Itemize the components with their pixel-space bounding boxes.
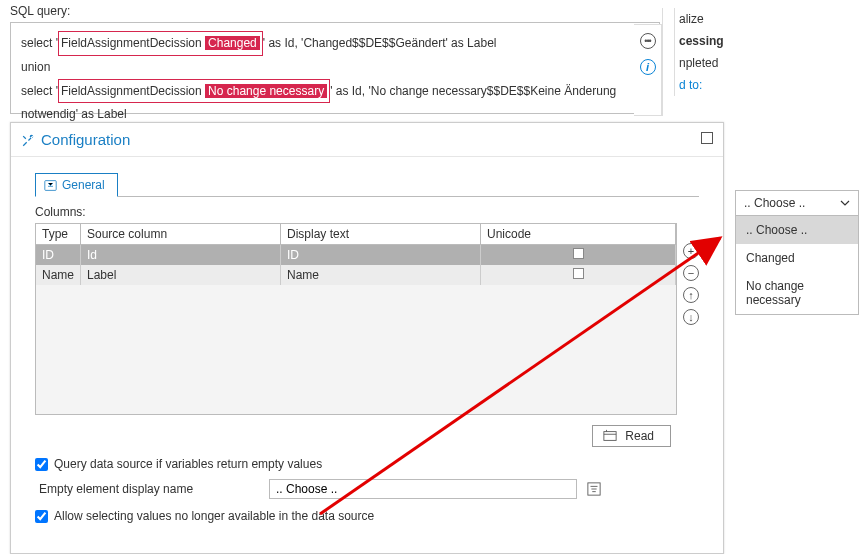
sql-query-label: SQL query:	[10, 4, 660, 18]
tab-general[interactable]: General	[35, 173, 118, 197]
status-text: alize	[679, 8, 724, 30]
allow-missing-checkbox[interactable]	[35, 510, 48, 523]
sql-side-toolbar: ••• i	[634, 24, 662, 116]
sql-text: union	[21, 56, 649, 79]
col-header-display[interactable]: Display text	[281, 224, 481, 245]
cell-display: Name	[281, 265, 481, 285]
col-header-unicode[interactable]: Unicode	[481, 224, 676, 245]
sql-text: select '	[21, 36, 58, 50]
read-button-label: Read	[625, 429, 654, 443]
dropdown-selected-label: .. Choose ..	[744, 196, 805, 210]
cell-source: Label	[81, 265, 281, 285]
general-icon	[44, 179, 57, 192]
dropdown-toggle[interactable]: .. Choose ..	[736, 191, 858, 216]
read-icon	[603, 429, 617, 443]
read-button[interactable]: Read	[592, 425, 671, 447]
info-icon: i	[640, 59, 656, 75]
move-down-button[interactable]: ↓	[683, 309, 699, 325]
sql-text: select '	[21, 84, 58, 98]
sql-query-editor[interactable]: select 'FieldAssignmentDecission Changed…	[10, 22, 660, 114]
query-datasource-checkbox[interactable]	[35, 458, 48, 471]
remove-row-button[interactable]: −	[683, 265, 699, 281]
col-header-source[interactable]: Source column	[81, 224, 281, 245]
cell-type: ID	[36, 245, 81, 266]
empty-element-label: Empty element display name	[39, 482, 263, 496]
unicode-checkbox[interactable]	[573, 248, 584, 259]
sql-highlight-nochange: No change necessary	[205, 84, 327, 98]
add-row-button[interactable]: +	[683, 243, 699, 259]
status-link[interactable]: d to:	[679, 74, 724, 96]
cell-display: ID	[281, 245, 481, 266]
cell-type: Name	[36, 265, 81, 285]
sql-text: ' as Id, 'Changed$$DE$$Geändert' as Labe…	[263, 36, 497, 50]
unicode-checkbox[interactable]	[573, 268, 584, 279]
sql-token: FieldAssignmentDecission	[61, 84, 202, 98]
ellipsis-icon: •••	[640, 33, 656, 49]
cell-source: Id	[81, 245, 281, 266]
empty-element-input[interactable]	[269, 479, 577, 499]
status-text: cessing	[679, 30, 724, 52]
columns-label: Columns:	[35, 205, 699, 219]
query-datasource-label: Query data source if variables return em…	[54, 457, 322, 471]
right-panel-fragment: alize cessing npleted d to:	[674, 8, 724, 96]
tab-general-label: General	[62, 178, 105, 192]
info-button[interactable]: i	[638, 57, 658, 77]
dropdown-item-changed[interactable]: Changed	[736, 244, 858, 272]
sql-highlight-changed: Changed	[205, 36, 260, 50]
svg-rect-1	[604, 432, 616, 441]
tools-icon	[21, 133, 35, 147]
dropdown-preview: .. Choose .. .. Choose .. Changed No cha…	[735, 190, 859, 315]
dropdown-item-nochange[interactable]: No change necessary	[736, 272, 858, 314]
configuration-panel: Configuration General Columns: Type Sour…	[10, 122, 724, 554]
allow-missing-label: Allow selecting values no longer availab…	[54, 509, 374, 523]
table-row[interactable]: Name Label Name	[36, 265, 676, 285]
move-up-button[interactable]: ↑	[683, 287, 699, 303]
chevron-down-icon	[840, 198, 850, 208]
translate-icon[interactable]	[587, 482, 601, 496]
sql-text: ' as Id, 'No change necessary$$DE$$Keine…	[330, 84, 616, 98]
dropdown-item-choose[interactable]: .. Choose ..	[736, 216, 858, 244]
col-header-type[interactable]: Type	[36, 224, 81, 245]
table-row[interactable]: ID Id ID	[36, 245, 676, 266]
config-title: Configuration	[21, 131, 130, 148]
popout-icon[interactable]	[701, 132, 713, 144]
columns-table[interactable]: Type Source column Display text Unicode …	[35, 223, 677, 415]
status-text: npleted	[679, 52, 724, 74]
sql-token: FieldAssignmentDecission	[61, 36, 202, 50]
table-side-controls: + − ↑ ↓	[677, 223, 699, 415]
more-options-button[interactable]: •••	[638, 31, 658, 51]
